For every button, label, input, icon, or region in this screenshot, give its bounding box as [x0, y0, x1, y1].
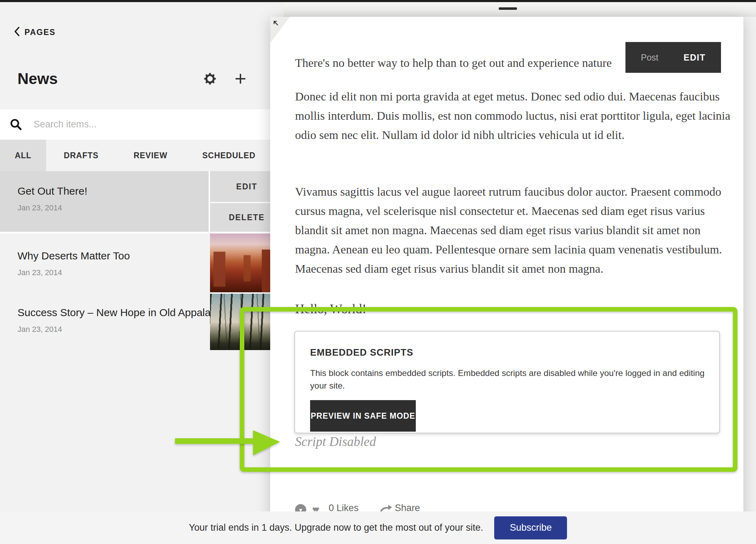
list-item-selected[interactable]: Get Out There! Jan 23, 2014 [0, 171, 209, 232]
content-type-label: Post [641, 53, 658, 63]
gear-icon [204, 80, 216, 86]
tab-all[interactable]: ALL [0, 140, 46, 171]
plus-icon [235, 79, 246, 85]
drag-handle-icon[interactable] [499, 7, 517, 10]
back-link-label: PAGES [24, 28, 56, 37]
list-item[interactable]: Why Deserts Matter Too Jan 23, 2014 [0, 233, 209, 294]
filter-tabs: ALL DRAFTS REVIEW SCHEDULED [0, 140, 284, 171]
collapse-arrow-icon[interactable] [273, 20, 279, 28]
list-item-date: Jan 23, 2014 [18, 203, 62, 212]
tab-drafts[interactable]: DRAFTS [46, 140, 116, 171]
edit-post-button[interactable]: EDIT [684, 53, 706, 63]
post-paragraph: Vivamus sagittis lacus vel augue laoreet… [295, 182, 733, 278]
collection-title: News [18, 70, 58, 88]
list-item-title: Success Story – New Hope in Old Appala..… [18, 307, 219, 319]
divider [0, 232, 284, 233]
trial-upgrade-bar: Your trial ends in 1 days. Upgrade now t… [0, 511, 756, 544]
search-input[interactable]: Search items... [34, 109, 97, 140]
search-bar[interactable]: Search items... [0, 109, 284, 140]
list-item[interactable]: Success Story – New Hope in Old Appala..… [0, 294, 209, 357]
subscribe-button[interactable]: Subscribe [494, 516, 567, 539]
divider [209, 171, 210, 232]
app-root: PAGES News Search [0, 0, 756, 544]
list-item-title: Get Out There! [18, 185, 88, 197]
list-item-title: Why Deserts Matter Too [18, 250, 130, 262]
search-icon [10, 118, 22, 132]
back-to-pages-link[interactable]: PAGES [14, 27, 56, 38]
trial-message: Your trial ends in 1 days. Upgrade now t… [189, 522, 483, 533]
top-window-edge [0, 0, 756, 2]
post-edit-toolbar: Post EDIT [625, 42, 721, 73]
list-item-date: Jan 23, 2014 [18, 268, 62, 277]
tab-scheduled[interactable]: SCHEDULED [185, 140, 273, 171]
list-item-date: Jan 23, 2014 [18, 325, 62, 334]
annotation-arrow [175, 427, 284, 460]
settings-button[interactable] [204, 72, 216, 86]
annotation-highlight-box [240, 307, 737, 472]
tab-review[interactable]: REVIEW [116, 140, 185, 171]
add-item-button[interactable] [235, 73, 246, 86]
chevron-left-icon [14, 27, 20, 38]
post-paragraph: Donec id elit non mi porta gravida at eg… [295, 87, 733, 145]
